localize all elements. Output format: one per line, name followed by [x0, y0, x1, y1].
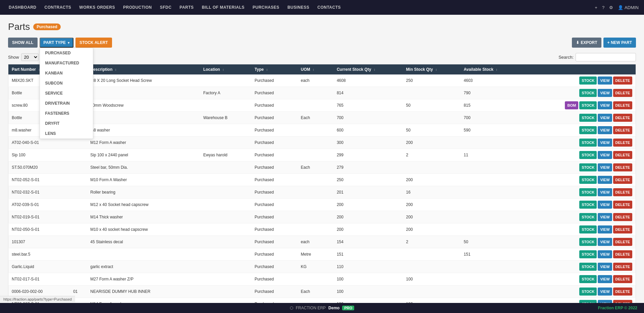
dropdown-item-drivetrain[interactable]: DRIVETRAIN — [40, 98, 93, 108]
part-type-dropdown-wrapper: PART TYPE ▾ PURCHASEDMANUFACTUREDKANBANS… — [40, 38, 73, 48]
stock-button[interactable]: STOCK — [579, 275, 597, 283]
dropdown-item-service[interactable]: SERVICE — [40, 88, 93, 98]
stock-button[interactable]: STOCK — [579, 213, 597, 221]
delete-button[interactable]: DELETE — [613, 275, 632, 283]
delete-button[interactable]: DELETE — [613, 225, 632, 233]
stock-button[interactable]: STOCK — [579, 114, 597, 122]
stock-button[interactable]: STOCK — [579, 89, 597, 97]
table-row: Garlic.Liquidgarlic extractPurchasedKG11… — [8, 261, 636, 273]
dropdown-item-kanban[interactable]: KANBAN — [40, 68, 93, 78]
view-button[interactable]: VIEW — [598, 139, 612, 147]
nav-item-production[interactable]: PRODUCTION — [120, 0, 155, 15]
delete-button[interactable]: DELETE — [613, 263, 632, 271]
nav-item-contacts[interactable]: CONTACTS — [314, 0, 344, 15]
stock-button[interactable]: STOCK — [579, 126, 597, 134]
stock-button[interactable]: STOCK — [579, 201, 597, 209]
stock-button[interactable]: STOCK — [579, 250, 597, 258]
delete-button[interactable]: DELETE — [613, 126, 632, 134]
view-button[interactable]: VIEW — [598, 201, 612, 209]
view-button[interactable]: VIEW — [598, 101, 612, 109]
view-button[interactable]: VIEW — [598, 126, 612, 134]
view-button[interactable]: VIEW — [598, 238, 612, 246]
nav-item-business[interactable]: BUSINESS — [284, 0, 313, 15]
stock-button[interactable]: STOCK — [579, 238, 597, 246]
view-button[interactable]: VIEW — [598, 114, 612, 122]
page-content: Parts Purchased SHOW ALL PART TYPE ▾ PUR… — [0, 15, 644, 313]
view-button[interactable]: VIEW — [598, 76, 612, 85]
delete-button[interactable]: DELETE — [613, 201, 632, 209]
stock-button[interactable]: STOCK — [579, 225, 597, 233]
view-button[interactable]: VIEW — [598, 213, 612, 221]
search-input[interactable] — [576, 53, 636, 61]
search-label: Search: — [558, 55, 574, 60]
row-actions: BOMSTOCKVIEWDELETE — [526, 101, 632, 109]
table-row: BottleWarehouse BPurchasedEach700700STOC… — [8, 112, 636, 124]
search-box: Search: — [558, 53, 636, 61]
nav-item-works-orders[interactable]: WORKS ORDERS — [76, 0, 118, 15]
delete-button[interactable]: DELETE — [613, 114, 632, 122]
delete-button[interactable]: DELETE — [613, 250, 632, 258]
delete-button[interactable]: DELETE — [613, 163, 632, 171]
delete-button[interactable]: DELETE — [613, 238, 632, 246]
view-button[interactable]: VIEW — [598, 163, 612, 171]
stock-button[interactable]: STOCK — [579, 139, 597, 147]
dropdown-item-dryfit[interactable]: DRYFIT — [40, 118, 93, 128]
view-button[interactable]: VIEW — [598, 176, 612, 184]
delete-button[interactable]: DELETE — [613, 188, 632, 196]
delete-button[interactable]: DELETE — [613, 101, 632, 109]
view-button[interactable]: VIEW — [598, 89, 612, 97]
view-button[interactable]: VIEW — [598, 263, 612, 271]
bom-button[interactable]: BOM — [565, 101, 578, 109]
show-all-button[interactable]: SHOW ALL — [8, 38, 38, 48]
stock-button[interactable]: STOCK — [579, 76, 597, 85]
stock-button[interactable]: STOCK — [579, 151, 597, 159]
delete-button[interactable]: DELETE — [613, 89, 632, 97]
stock-button[interactable]: STOCK — [579, 163, 597, 171]
view-button[interactable]: VIEW — [598, 275, 612, 283]
view-button[interactable]: VIEW — [598, 250, 612, 258]
view-button[interactable]: VIEW — [598, 188, 612, 196]
show-entries-select[interactable]: 20 50 100 — [21, 53, 39, 61]
stock-button[interactable]: STOCK — [579, 176, 597, 184]
delete-button[interactable]: DELETE — [613, 76, 632, 85]
col-type: Type ↕ — [251, 64, 298, 75]
admin-menu[interactable]: 👤 ADMIN — [618, 5, 639, 10]
caret-icon: ▾ — [68, 41, 69, 45]
delete-button[interactable]: DELETE — [613, 151, 632, 159]
row-actions: STOCKVIEWDELETE — [526, 225, 632, 233]
page-title-row: Parts Purchased — [8, 21, 636, 32]
delete-button[interactable]: DELETE — [613, 213, 632, 221]
view-button[interactable]: VIEW — [598, 225, 612, 233]
dropdown-item-subcon[interactable]: SUBCON — [40, 78, 93, 88]
delete-button[interactable]: DELETE — [613, 176, 632, 184]
view-button[interactable]: VIEW — [598, 151, 612, 159]
table-row: M8X20.SKTM8 X 20 Long Socket Head ScrewP… — [8, 74, 636, 87]
row-actions: STOCKVIEWDELETE — [526, 188, 632, 196]
add-icon[interactable]: + — [595, 5, 597, 10]
nav-item-parts[interactable]: PARTS — [176, 0, 197, 15]
nav-item-contracts[interactable]: CONTRACTS — [41, 0, 75, 15]
dropdown-item-fasteners[interactable]: FASTENERS — [40, 108, 93, 118]
nav-item-bill-of-materials[interactable]: BILL OF MATERIALS — [199, 0, 248, 15]
stock-alert-button[interactable]: STOCK ALERT — [75, 38, 112, 48]
nav-item-dashboard[interactable]: DASHBOARD — [5, 0, 40, 15]
dropdown-item-lens[interactable]: LENS — [40, 128, 93, 139]
dropdown-item-purchased[interactable]: PURCHASED — [40, 48, 93, 58]
nav-item-sfdc[interactable]: SFDC — [157, 0, 175, 15]
stock-button[interactable]: STOCK — [579, 288, 597, 296]
stock-button[interactable]: STOCK — [579, 101, 597, 109]
stock-button[interactable]: STOCK — [579, 263, 597, 271]
stock-button[interactable]: STOCK — [579, 188, 597, 196]
delete-button[interactable]: DELETE — [613, 139, 632, 147]
nav-item-purchases[interactable]: PURCHASES — [249, 0, 283, 15]
dropdown-item-manufactured[interactable]: MANUFACTURED — [40, 58, 93, 68]
row-actions: STOCKVIEWDELETE — [526, 250, 632, 258]
new-part-button[interactable]: + NEW PART — [603, 38, 636, 48]
row-actions: STOCKVIEWDELETE — [526, 263, 632, 271]
view-button[interactable]: VIEW — [598, 288, 612, 296]
help-icon[interactable]: ? — [602, 5, 604, 10]
export-button[interactable]: ⬇ EXPORT — [572, 38, 601, 48]
settings-icon[interactable]: ⚙ — [609, 5, 613, 10]
delete-button[interactable]: DELETE — [613, 288, 632, 296]
part-type-button[interactable]: PART TYPE ▾ — [40, 38, 73, 48]
